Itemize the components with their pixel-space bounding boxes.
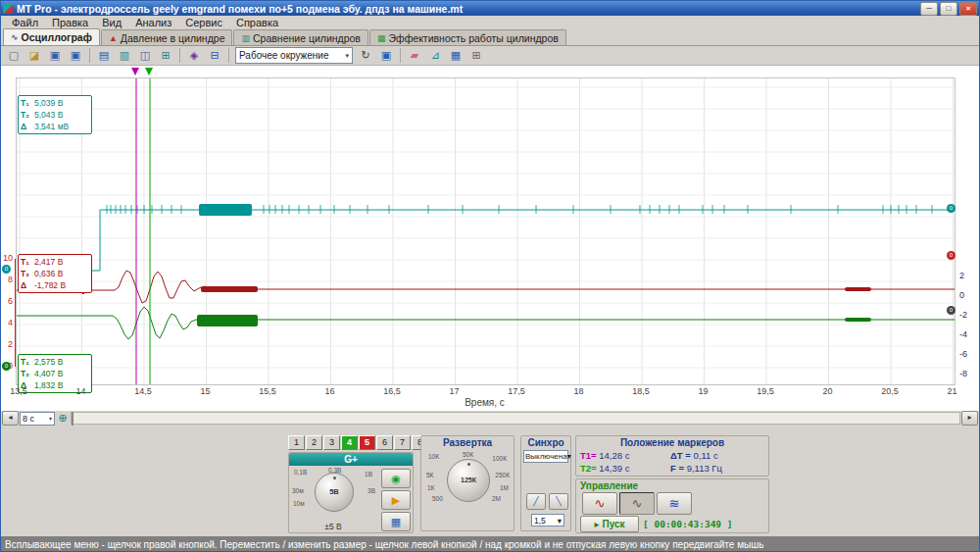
sync-rising-edge-button[interactable]: ╱ [526, 493, 546, 510]
sync-mode-select[interactable]: Выключена▾ [523, 450, 568, 463]
channel-button-4[interactable]: 4 [341, 435, 358, 450]
menu-item-1[interactable]: Правка [45, 17, 95, 28]
overlay-window-icon[interactable]: ⊞ [156, 46, 175, 65]
channel-auto-button[interactable]: ▶ [381, 490, 411, 510]
gain-range-caption: ±5 В [291, 522, 375, 531]
cursor-key: T₂ [21, 268, 31, 279]
channel-button-6[interactable]: 6 [376, 435, 393, 450]
start-button[interactable]: ▸Пуск [580, 516, 639, 532]
markers-toggle-icon[interactable]: ◈ [184, 46, 204, 65]
cursor-handle-1[interactable] [131, 68, 139, 75]
workspace-reload-icon[interactable]: ↻ [356, 46, 375, 65]
save-file-icon[interactable]: ▣ [45, 46, 65, 65]
menu-item-5[interactable]: Справка [229, 17, 285, 28]
eraser-icon[interactable]: ▰ [405, 46, 424, 65]
sweep-range-label: 250К [495, 472, 510, 478]
workspace-combo[interactable]: Рабочее окружение▾ [235, 47, 353, 64]
zoom-icon[interactable]: ⊕ [56, 412, 70, 425]
oscilloscope-area[interactable]: Время, с T₁5,039 В T₂5,043 В Δ3,541 мВ T… [1, 66, 979, 411]
run-mode-buttons: ∿∿≋ [582, 492, 692, 515]
cursor-key: Δ [21, 121, 31, 132]
right-axis-tick: 2 [959, 271, 977, 280]
cursor-values-ch2[interactable]: T₁2,417 В T₂0,636 В Δ-1,782 В [18, 254, 92, 293]
save-as-icon[interactable]: ▣ [66, 46, 85, 65]
sync-falling-edge-button[interactable]: ╲ [549, 493, 568, 510]
tab-0[interactable]: ∿Осциллограф [3, 28, 100, 45]
menu-item-2[interactable]: Вид [95, 17, 128, 28]
split-window-icon[interactable]: ▥ [115, 46, 134, 65]
scroll-track[interactable] [71, 412, 960, 425]
view-mode-button[interactable]: ∿ [619, 492, 655, 515]
multi-trace-mode-button[interactable]: ≋ [657, 492, 692, 515]
zero-level-badge[interactable]: 0 [947, 306, 956, 315]
channel-button-5[interactable]: 5 [359, 435, 375, 450]
menu-item-3[interactable]: Анализ [128, 17, 178, 28]
report-icon[interactable]: ▦ [446, 46, 466, 65]
new-file-icon[interactable]: ▢ [4, 46, 24, 65]
channel-grid-button[interactable]: ▦ [381, 512, 411, 531]
sync-level-select[interactable]: 1,5▾ [531, 514, 564, 527]
right-axis-tick: -4 [959, 329, 977, 339]
minimize-button[interactable]: ─ [920, 2, 938, 16]
channel-button-2[interactable]: 2 [306, 435, 322, 450]
left-axis-tick: 8 [1, 275, 13, 284]
channel-button-1[interactable]: 1 [288, 435, 305, 450]
gain-range-label: 30м [292, 487, 304, 494]
x-axis-tick: 15 [191, 386, 220, 396]
channel-button-3[interactable]: 3 [323, 435, 340, 450]
x-axis-tick: 16,5 [377, 386, 407, 396]
channel-power-button[interactable]: ◉ [381, 469, 411, 488]
gain-dial[interactable]: 5В 0,1В0,3В1В3В30м10м [291, 468, 375, 519]
workspace-save-icon[interactable]: ▣ [376, 46, 396, 65]
close-button[interactable]: × [959, 2, 977, 16]
grid-window-icon[interactable]: ◫ [135, 46, 155, 65]
tab-label-1: Давление в цилиндре [121, 32, 225, 44]
gain-panel-title: G+ [289, 453, 413, 466]
horizontal-scrollbar[interactable]: ◂ 8 с▾ ⊕ ▸ [1, 411, 979, 426]
single-window-icon[interactable]: ▤ [94, 46, 114, 65]
zero-level-badge[interactable]: 0 [947, 251, 956, 260]
zero-level-badge[interactable]: 0 [2, 265, 11, 274]
tab-1[interactable]: ▲Давление в цилиндре [101, 29, 233, 45]
sweep-knob[interactable]: 125К [447, 459, 490, 502]
scroll-left-button[interactable]: ◂ [2, 411, 19, 426]
open-file-icon[interactable]: ◪ [24, 46, 44, 65]
channel-button-7[interactable]: 7 [394, 435, 411, 450]
scroll-thumb[interactable] [72, 412, 74, 426]
toolbar-separator [228, 48, 229, 63]
tab-label-2: Сравнение цилиндров [253, 32, 361, 44]
sweep-dial[interactable]: 125К 10К50К100К250К1М2М5К1К500 [425, 452, 510, 511]
zero-level-badge[interactable]: 0 [947, 204, 956, 213]
zero-level-badge[interactable]: 0 [2, 362, 11, 371]
scroll-right-button[interactable]: ▸ [961, 411, 978, 426]
gain-range-label: 3В [368, 487, 375, 494]
marker-dt-readout: ΔT = 0,11 с [670, 450, 766, 463]
measure-icon[interactable]: ⊟ [205, 46, 224, 65]
record-mode-button[interactable]: ∿ [582, 492, 617, 515]
maximize-button[interactable]: □ [940, 2, 957, 16]
plot-canvas[interactable] [16, 77, 956, 385]
title-bar[interactable]: MT Pro - электродроссель geely emgrand п… [1, 1, 979, 16]
cursor-handle-2[interactable] [145, 68, 153, 75]
cursor-values-ch1[interactable]: T₁5,039 В T₂5,043 В Δ3,541 мВ [18, 95, 92, 134]
cursor-key: Δ [21, 279, 31, 291]
menu-item-0[interactable]: Файл [5, 17, 45, 28]
ruler-icon[interactable]: ⊿ [425, 46, 445, 65]
x-axis-tick: 17,5 [502, 386, 531, 396]
marker-ruler[interactable] [1, 66, 979, 77]
workspace-combo-value: Рабочее окружение [239, 50, 329, 61]
app-icon [3, 4, 13, 14]
tab-3[interactable]: ▦Эффективность работы цилиндров [369, 29, 566, 45]
time-per-screen-box[interactable]: 8 с▾ [20, 412, 55, 426]
cursor-row: T₂4,407 В [21, 368, 89, 379]
marker-position-panel: Положение маркеров T1= 14,28 с ΔT = 0,11… [575, 435, 769, 477]
control-panel: 12345678А'Е' G+ 5В 0,1В0,3В1В3В30м10м ◉▶… [1, 429, 979, 536]
x-axis-tick: 14 [67, 386, 96, 396]
gain-knob[interactable]: 5В [315, 473, 354, 512]
settings-icon[interactable]: ⊞ [466, 46, 486, 65]
menu-item-4[interactable]: Сервис [178, 17, 229, 28]
left-axis-tick: 2 [1, 339, 13, 349]
gain-range-label: 0,1В [294, 469, 307, 476]
tab-2[interactable]: ▥Сравнение цилиндров [233, 29, 368, 45]
cursor-row: T₁2,417 В [21, 256, 89, 268]
